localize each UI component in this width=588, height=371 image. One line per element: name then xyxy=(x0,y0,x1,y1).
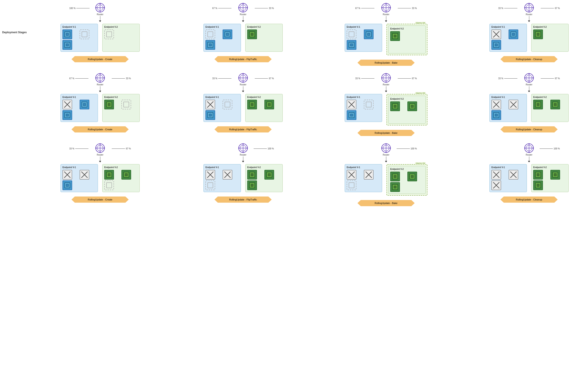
instance-terminated xyxy=(492,170,501,180)
endpoint-title: Endpoint V-1 xyxy=(63,166,96,169)
instance-inactive xyxy=(205,180,215,190)
router-label: Router xyxy=(383,154,389,156)
endpoints-row: Endpoint V-1 Endpoint V-2 xyxy=(61,164,140,192)
endpoint-title: Endpoint V-2 xyxy=(390,168,424,170)
instance-inner xyxy=(349,112,354,118)
instances-grid xyxy=(63,30,96,50)
instance-inner xyxy=(535,32,541,37)
instance-terminated xyxy=(492,100,501,109)
instance-active-blue xyxy=(223,30,232,39)
router-diagram: 67 % 33 % Router xyxy=(31,72,169,92)
instance-active-green xyxy=(550,100,560,109)
instance-inner xyxy=(366,102,372,107)
router-diagram: 100 % Router xyxy=(31,2,169,22)
instance-active-blue xyxy=(63,30,72,39)
instance-inner xyxy=(64,32,70,37)
endpoint-box: Endpoint V-1 xyxy=(61,94,98,122)
instance-terminated xyxy=(63,170,72,180)
endpoints-row: Endpoint V-1 Alarms OK Endpoint V-2 xyxy=(345,24,427,55)
instance-active-green xyxy=(121,170,131,180)
instance-inner xyxy=(64,182,70,188)
router-diagram: 33 % 67 % Router xyxy=(460,2,588,22)
instance-terminated xyxy=(223,170,232,180)
instances-grid xyxy=(63,100,96,120)
instance-terminated xyxy=(347,170,356,180)
instance-active-blue xyxy=(492,40,501,50)
instance-inner xyxy=(392,103,398,109)
endpoint-title: Endpoint V-1 xyxy=(347,26,380,28)
instance-active-green xyxy=(533,30,543,39)
endpoint-box: Endpoint V-2 xyxy=(102,94,140,122)
stage-col: 33 % 67 % Router Endpoint V-1 xyxy=(172,72,315,132)
instance-terminated xyxy=(492,30,501,39)
router-label: Router xyxy=(526,83,532,86)
stage-banner: RollingUpdate - FlipTraffic xyxy=(214,56,272,62)
instance-inner xyxy=(494,112,499,118)
endpoints-row: Endpoint V-1 Alarms OK Endpoint V xyxy=(345,164,427,196)
stage-col: 67 % 33 % Router Endpoint V-1 xyxy=(315,2,458,66)
instance-inactive xyxy=(364,100,374,109)
instance-active-green xyxy=(264,100,274,109)
endpoint-title: Endpoint V-1 xyxy=(205,96,239,98)
instance-terminated xyxy=(347,100,356,109)
instance-inner xyxy=(552,172,558,178)
instance-active-green xyxy=(104,100,114,109)
instances-grid xyxy=(104,170,138,190)
row-1: 67 % 33 % Router Endpoint V-1 xyxy=(2,72,586,136)
router-label: Router xyxy=(240,83,246,86)
instances-grid xyxy=(533,170,567,190)
stage-banner: RollingUpdate - Create xyxy=(72,56,129,62)
instance-inner xyxy=(511,32,516,37)
endpoint-box: Endpoint V-1 xyxy=(61,24,98,52)
endpoint-title: Endpoint V-1 xyxy=(347,166,380,169)
endpoint-box: Endpoint V-1 xyxy=(489,164,527,192)
instance-inner xyxy=(552,102,558,107)
router-icon-box: Router xyxy=(524,2,535,16)
stage-col: 100 % Router Endpoint V-1 xyxy=(315,143,458,206)
endpoint-box: Endpoint V-2 xyxy=(102,164,140,192)
instances-grid xyxy=(247,100,281,120)
stage-banner: RollingUpdate - Bake xyxy=(357,60,415,66)
instance-active-green xyxy=(390,182,400,192)
instance-active-blue xyxy=(509,30,518,39)
instance-inner xyxy=(225,102,230,107)
router-label: Router xyxy=(97,13,103,16)
instance-active-blue xyxy=(63,40,72,50)
instance-inner xyxy=(249,182,255,188)
endpoints-row: Endpoint V-1 Endpoint V-2 xyxy=(61,94,140,122)
instance-active-blue xyxy=(347,40,356,50)
instance-active-blue xyxy=(205,40,215,50)
router-label: Router xyxy=(97,154,103,156)
row-2: 33 % 67 % Router Endpoint V-1 xyxy=(2,143,586,206)
instance-inner xyxy=(208,32,213,37)
endpoint-box: Endpoint V-1 xyxy=(203,94,241,122)
stage-col: 100 % Router Endpoint V-1 xyxy=(29,2,172,62)
instance-active-green xyxy=(104,170,114,180)
router-diagram: 33 % 67 % Router xyxy=(317,72,455,92)
alarms-ok-wrapper: Alarms OK Endpoint V-2 xyxy=(387,24,427,55)
router-label: Router xyxy=(240,154,246,156)
stage-banner: RollingUpdate - Cleanup xyxy=(500,197,558,203)
instance-terminated xyxy=(205,100,215,109)
router-diagram: 33 % 67 % Router xyxy=(31,143,169,162)
endpoint-title: Endpoint V-1 xyxy=(205,26,239,28)
instance-inactive xyxy=(223,100,232,109)
endpoints-row: Endpoint V-1 Endpoint V-2 xyxy=(203,164,283,192)
instance-inner xyxy=(535,182,541,188)
instances-grid xyxy=(104,100,138,120)
instance-inner xyxy=(123,102,129,107)
endpoint-box: Endpoint V-1 xyxy=(345,164,382,192)
router-icon-box: Router xyxy=(380,143,392,156)
instance-active-blue xyxy=(347,110,356,120)
router-icon-box: Router xyxy=(94,72,105,86)
endpoint-title: Endpoint V-2 xyxy=(390,98,424,100)
instance-inner xyxy=(225,32,230,37)
router-label: Router xyxy=(240,13,246,16)
instance-inner xyxy=(392,184,398,190)
router-icon-box: Router xyxy=(380,2,392,16)
instance-active-blue xyxy=(63,110,72,120)
stage-banner: RollingUpdate - Bake xyxy=(357,130,415,136)
instance-inner xyxy=(123,172,129,178)
instance-inactive xyxy=(104,30,114,39)
instances-grid xyxy=(390,101,424,122)
